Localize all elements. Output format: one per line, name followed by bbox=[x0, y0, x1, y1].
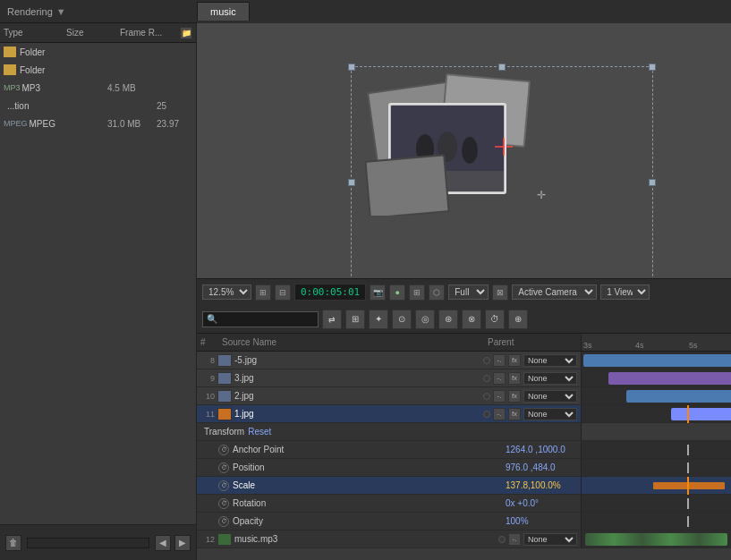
toggle-btn-9[interactable]: ⊕ bbox=[508, 310, 528, 329]
toggle-btn-1[interactable]: ⇄ bbox=[322, 310, 342, 329]
search-input[interactable] bbox=[202, 311, 319, 327]
list-item[interactable]: Folder bbox=[0, 43, 196, 61]
prop-left-anchor: ⏱ Anchor Point 1264.0 ,1000.0 bbox=[197, 441, 582, 458]
grid-icon[interactable]: ⊞ bbox=[409, 284, 425, 301]
layer-mode-9b[interactable]: fx bbox=[508, 372, 521, 385]
layer-mode-10[interactable]: -. bbox=[493, 390, 506, 403]
layer-parent-11[interactable]: None bbox=[523, 408, 577, 420]
tl-header-left: # Source Name Parent bbox=[197, 334, 582, 351]
resolution-icon[interactable]: ⊟ bbox=[275, 284, 291, 301]
prop-row-rotation[interactable]: ⏱ Rotation 0x +0.0° bbox=[197, 495, 731, 513]
layer-row-music[interactable]: 12 music.mp3 -. None bbox=[197, 530, 731, 548]
list-item[interactable]: MP3 MP3 4.5 MB bbox=[0, 79, 196, 97]
toggle-btn-4[interactable]: ⊙ bbox=[392, 310, 412, 329]
prop-right-position bbox=[582, 459, 731, 476]
toggle-btn-8[interactable]: ⏱ bbox=[485, 310, 505, 329]
layer-switch-9[interactable] bbox=[483, 375, 490, 382]
time-ruler: 3s 4s 5s 6s 7s 8s 9s bbox=[582, 334, 731, 351]
layer-switch-11[interactable] bbox=[483, 411, 490, 418]
layer-left-music: 12 music.mp3 -. None bbox=[197, 530, 582, 547]
toggle-btn-2[interactable]: ⊞ bbox=[345, 310, 365, 329]
stopwatch-scale[interactable]: ⏱ bbox=[218, 480, 229, 491]
fit-icon[interactable]: ⊞ bbox=[255, 284, 271, 301]
layer-thumb-8 bbox=[217, 354, 232, 367]
mask-icon[interactable]: ⬡ bbox=[429, 284, 445, 301]
music-layer-name: music.mp3 bbox=[234, 534, 496, 544]
list-item[interactable]: Folder bbox=[0, 61, 196, 79]
comp-inner: ✛ bbox=[197, 23, 731, 278]
handle-middle-left[interactable] bbox=[348, 179, 355, 186]
layer-thumb-11 bbox=[217, 408, 232, 420]
dropdown-arrow[interactable]: ▼ bbox=[56, 6, 66, 17]
list-item[interactable]: MPEG MPEG 31.0 MB 23.97 bbox=[0, 115, 196, 132]
prop-marker-opacity bbox=[687, 516, 689, 527]
horizontal-scrollbar[interactable] bbox=[27, 538, 149, 548]
layer-switch-8[interactable] bbox=[483, 357, 490, 364]
toggle-btn-7[interactable]: ⊗ bbox=[462, 310, 481, 329]
reset-button[interactable]: Reset bbox=[248, 427, 271, 437]
toggle-btn-6[interactable]: ⊛ bbox=[438, 310, 458, 329]
toggle-btn-3[interactable]: ✦ bbox=[369, 310, 388, 329]
stopwatch-opacity[interactable]: ⏱ bbox=[218, 516, 229, 527]
list-item[interactable]: ...tion 25 bbox=[0, 97, 196, 115]
timeline-toolbar: ⇄ ⊞ ✦ ⊙ ◎ ⊛ ⊗ ⏱ ⊕ bbox=[197, 305, 731, 334]
prop-row-scale[interactable]: ⏱ Scale 137.8,100.0% bbox=[197, 477, 731, 495]
layer-mode-8b[interactable]: fx bbox=[508, 354, 521, 367]
playhead-11 bbox=[687, 405, 689, 423]
layer-switch-10[interactable] bbox=[483, 393, 490, 400]
layer-parent-music[interactable]: None bbox=[523, 533, 577, 546]
prop-row-anchor[interactable]: ⏱ Anchor Point 1264.0 ,1000.0 bbox=[197, 441, 731, 459]
panel-bottom: 🗑 ◀ ▶ bbox=[0, 524, 196, 560]
handle-middle-right[interactable] bbox=[649, 179, 656, 186]
prop-right-scale bbox=[582, 477, 731, 494]
view-select[interactable]: 1 View bbox=[600, 284, 650, 300]
layer-row-selected[interactable]: 11 1.jpg -. fx None bbox=[197, 405, 731, 423]
camera-select[interactable]: Active Camera bbox=[512, 284, 597, 300]
prop-row-position[interactable]: ⏱ Position 976.0 ,484.0 bbox=[197, 459, 731, 477]
quality-select[interactable]: Full bbox=[448, 284, 489, 300]
color-icon[interactable]: ● bbox=[389, 284, 405, 301]
snapshot-icon[interactable]: 📷 bbox=[370, 284, 386, 301]
col-frame-header: Frame R... bbox=[120, 28, 180, 38]
scroll-left-button[interactable]: ◀ bbox=[155, 535, 171, 551]
ruler-mark-4s: 4s bbox=[635, 341, 644, 350]
stopwatch-position[interactable]: ⏱ bbox=[218, 462, 229, 473]
layer-row[interactable]: 8 -5.jpg -. fx None bbox=[197, 352, 731, 369]
comp-toolbar: 12.5% ⊞ ⊟ 0:00:05:01 📷 ● ⊞ ⬡ Full ⊠ Acti… bbox=[197, 278, 731, 305]
svg-point-8 bbox=[462, 137, 478, 164]
layer-mode-11[interactable]: -. bbox=[493, 408, 506, 420]
layer-mode-11b[interactable]: fx bbox=[508, 408, 521, 420]
layer-parent-9[interactable]: None bbox=[523, 372, 577, 385]
panel-title: Rendering ▼ bbox=[0, 6, 197, 17]
folder-icon bbox=[4, 47, 16, 57]
stopwatch-anchor[interactable]: ⏱ bbox=[218, 445, 229, 455]
layer-row[interactable]: 10 2.jpg -. fx None bbox=[197, 387, 731, 405]
layer-mode-10b[interactable]: fx bbox=[508, 390, 521, 403]
layer-row[interactable]: 9 3.jpg -. fx None bbox=[197, 369, 731, 387]
col-size-header: Size bbox=[66, 28, 120, 38]
wireframe-icon[interactable]: ⊠ bbox=[492, 284, 508, 301]
new-folder-icon[interactable]: 📁 bbox=[180, 27, 192, 39]
scroll-right-button[interactable]: ▶ bbox=[174, 535, 191, 551]
handle-top-right[interactable] bbox=[649, 64, 656, 71]
handle-top-left[interactable] bbox=[348, 64, 355, 71]
toggle-btn-5[interactable]: ◎ bbox=[415, 310, 435, 329]
layer-thumb-9 bbox=[217, 372, 232, 385]
zoom-select[interactable]: 12.5% bbox=[202, 284, 251, 300]
layer-parent-8[interactable]: None bbox=[523, 354, 577, 367]
delete-button[interactable]: 🗑 bbox=[5, 535, 21, 551]
layer-mode-8[interactable]: -. bbox=[493, 354, 506, 367]
composition-tab[interactable]: music bbox=[197, 2, 250, 21]
stopwatch-rotation[interactable]: ⏱ bbox=[218, 498, 229, 509]
col-parent-header: Parent bbox=[488, 337, 577, 347]
layer-mode-9[interactable]: -. bbox=[493, 372, 506, 385]
scale-bar bbox=[653, 482, 725, 489]
file-type-label: MPEG bbox=[4, 119, 28, 128]
layer-mode-music[interactable]: -. bbox=[508, 533, 521, 546]
prop-row-opacity[interactable]: ⏱ Opacity 100% bbox=[197, 513, 731, 530]
layer-switch-music[interactable] bbox=[498, 536, 506, 543]
title-label: Rendering bbox=[7, 6, 53, 17]
prop-left-opacity: ⏱ Opacity 100% bbox=[197, 513, 582, 530]
layer-thumb-10 bbox=[217, 390, 232, 403]
layer-parent-10[interactable]: None bbox=[523, 390, 577, 403]
